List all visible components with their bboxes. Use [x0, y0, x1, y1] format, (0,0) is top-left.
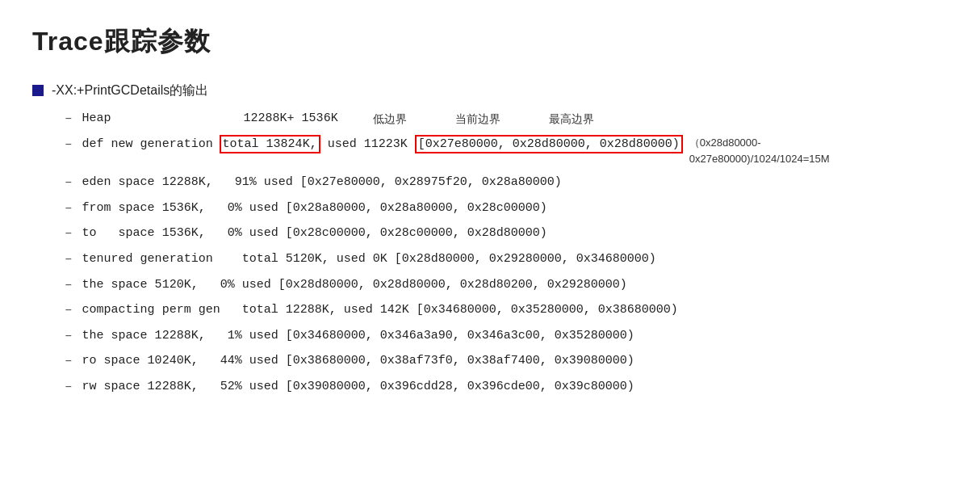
- to-space-row: – to space 1536K, 0% used [0x28c00000, 0…: [65, 224, 948, 245]
- dash-icon: –: [65, 250, 73, 271]
- the-space-2-row: – the space 12288K, 1% used [0x34680000,…: [65, 326, 948, 347]
- tenured-content: tenured generation total 5120K, used 0K …: [82, 250, 948, 269]
- ro-content: ro space 10240K, 44% used [0x38680000, 0…: [82, 351, 948, 371]
- sub-list: – Heap 12288K+ 1536K 低边界 当前边界 最高边界 – def…: [65, 109, 948, 398]
- dash-icon: –: [65, 377, 73, 398]
- rw-space-row: – rw space 12288K, 52% used [0x39080000,…: [65, 377, 948, 398]
- heap-size: 12288K+ 1536K: [244, 109, 373, 128]
- dash-icon: –: [65, 351, 73, 372]
- aside-note: （0x28d80000- 0x27e80000)/1024/1024=15M: [689, 135, 830, 169]
- dash-icon: –: [65, 173, 73, 194]
- red-box-2: [0x27e80000, 0x28d80000, 0x28d80000): [415, 135, 683, 153]
- dash-icon: –: [65, 135, 73, 156]
- dash-icon: –: [65, 109, 73, 130]
- eden-content: eden space 12288K, 91% used [0x27e80000,…: [82, 173, 948, 192]
- compacting-content: compacting perm gen total 12288K, used 1…: [82, 300, 948, 320]
- heap-row: – Heap 12288K+ 1536K 低边界 当前边界 最高边界: [65, 109, 948, 130]
- heap-content: Heap 12288K+ 1536K 低边界 当前边界 最高边界: [82, 109, 948, 128]
- heap-inner-row: Heap 12288K+ 1536K 低边界 当前边界 最高边界: [82, 109, 948, 128]
- tenured-gen-row: – tenured generation total 5120K, used 0…: [65, 250, 948, 271]
- def-new-gen-content: def new generation total 13824K, used 11…: [82, 135, 948, 169]
- dash-icon: –: [65, 199, 73, 220]
- the-space-1-row: – the space 5120K, 0% used [0x28d80000, …: [65, 275, 948, 296]
- ro-space-row: – ro space 10240K, 44% used [0x38680000,…: [65, 351, 948, 372]
- page-title: Trace跟踪参数: [32, 24, 948, 60]
- dash-icon: –: [65, 300, 73, 321]
- def-new-gen-row: – def new generation total 13824K, used …: [65, 135, 948, 169]
- from-content: from space 1536K, 0% used [0x28a80000, 0…: [82, 199, 948, 218]
- dash-icon: –: [65, 326, 73, 347]
- heap-headers: 低边界 当前边界 最高边界: [373, 110, 594, 128]
- eden-space-row: – eden space 12288K, 91% used [0x27e8000…: [65, 173, 948, 194]
- dash-icon: –: [65, 224, 73, 245]
- rw-content: rw space 12288K, 52% used [0x39080000, 0…: [82, 377, 948, 397]
- header-max: 最高边界: [549, 110, 594, 128]
- header-low: 低边界: [373, 110, 407, 128]
- def-label: def new generation: [82, 135, 220, 154]
- def-main: total 13824K, used 11223K [0x27e80000, 0…: [220, 135, 683, 154]
- bullet-item: -XX:+PrintGCDetails的输出: [32, 82, 948, 99]
- heap-label: Heap: [82, 109, 244, 128]
- header-current: 当前边界: [455, 110, 500, 128]
- bullet-icon: [32, 85, 44, 96]
- bullet-label: -XX:+PrintGCDetails的输出: [52, 82, 208, 99]
- from-space-row: – from space 1536K, 0% used [0x28a80000,…: [65, 199, 948, 220]
- the-space-1-content: the space 5120K, 0% used [0x28d80000, 0x…: [82, 275, 948, 295]
- to-content: to space 1536K, 0% used [0x28c00000, 0x2…: [82, 224, 948, 243]
- main-section: -XX:+PrintGCDetails的输出 – Heap 12288K+ 15…: [32, 82, 948, 398]
- compacting-perm-row: – compacting perm gen total 12288K, used…: [65, 300, 948, 321]
- used-text: used 11223K: [320, 137, 415, 151]
- the-space-2-content: the space 12288K, 1% used [0x34680000, 0…: [82, 326, 948, 346]
- red-box-1: total 13824K,: [220, 135, 320, 153]
- dash-icon: –: [65, 275, 73, 296]
